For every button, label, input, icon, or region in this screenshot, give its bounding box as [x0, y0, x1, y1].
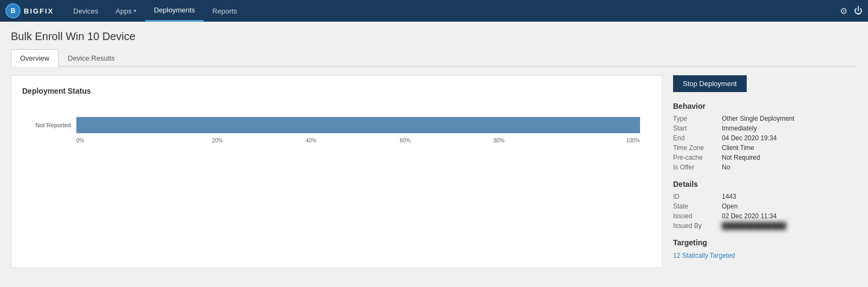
nav-item-apps[interactable]: Apps ▾ [107, 0, 146, 22]
axis-label-80: 80% [452, 138, 546, 144]
targeting-link[interactable]: 12 Statically Targeted [673, 252, 735, 259]
deployment-status-card: Deployment Status Not Reported 0% 20% 40… [11, 75, 662, 268]
page-container: Bulk Enroll Win 10 Device Overview Devic… [0, 22, 868, 277]
axis-labels: 0% 20% 40% 60% 80% 100% [76, 138, 640, 144]
behavior-section: Behavior Type Other Single Deployment St… [673, 102, 857, 171]
apps-dropdown-arrow: ▾ [134, 8, 136, 14]
axis-label-0: 0% [76, 138, 171, 144]
main-content: Deployment Status Not Reported 0% 20% 40… [11, 67, 857, 268]
axis-label-100: 100% [546, 138, 641, 144]
right-panel: Stop Deployment Behavior Type Other Sing… [673, 75, 857, 268]
page-title: Bulk Enroll Win 10 Device [11, 30, 857, 43]
behavior-title: Behavior [673, 102, 857, 110]
behavior-row-isoffer: Is Offer No [673, 164, 857, 171]
details-title: Details [673, 180, 857, 188]
nav-items: Devices Apps ▾ Deployments Reports [64, 0, 840, 22]
details-row-issued: Issued 02 Dec 2020 11:34 [673, 212, 857, 220]
axis-label-20: 20% [171, 138, 265, 144]
navbar-right: ⚙ ⏻ [840, 6, 863, 16]
deployment-status-title: Deployment Status [22, 87, 651, 95]
nav-item-reports[interactable]: Reports [204, 0, 246, 22]
details-section: Details ID 1443 State Open Issued 02 Dec… [673, 180, 857, 230]
axis-label-40: 40% [264, 138, 358, 144]
bar-label: Not Reported [28, 122, 71, 128]
nav-item-deployments[interactable]: Deployments [145, 0, 204, 22]
nav-item-devices[interactable]: Devices [64, 0, 107, 22]
bar-container [76, 117, 640, 133]
targeting-section: Targeting 12 Statically Targeted [673, 238, 857, 259]
behavior-row-precache: Pre-cache Not Required [673, 154, 857, 161]
behavior-row-start: Start Immediately [673, 125, 857, 132]
settings-icon[interactable]: ⚙ [840, 6, 847, 16]
behavior-row-end: End 04 Dec 2020 19:34 [673, 134, 857, 142]
details-row-state: State Open [673, 203, 857, 210]
navbar: B BIGFIX Devices Apps ▾ Deployments Repo… [0, 0, 868, 22]
behavior-row-timezone: Time Zone Client Time [673, 144, 857, 152]
power-icon[interactable]: ⏻ [854, 6, 863, 16]
targeting-title: Targeting [673, 238, 857, 247]
bar-row: Not Reported [28, 117, 640, 133]
issued-by-value: ██████████████ [722, 222, 857, 230]
brand: B BIGFIX [5, 3, 54, 18]
tab-overview[interactable]: Overview [11, 49, 58, 67]
details-row-id: ID 1443 [673, 193, 857, 200]
brand-logo: B [5, 3, 21, 18]
brand-name: BIGFIX [24, 7, 54, 15]
brand-logo-text: B [11, 7, 16, 15]
chart-area: Not Reported 0% 20% 40% 60% 80% 100% [22, 112, 651, 154]
stop-deployment-button[interactable]: Stop Deployment [673, 75, 747, 92]
behavior-row-type: Type Other Single Deployment [673, 115, 857, 122]
axis-label-60: 60% [358, 138, 453, 144]
bar-fill [76, 117, 640, 133]
tabs: Overview Device Results [11, 49, 857, 67]
details-row-issued-by: Issued By ██████████████ [673, 222, 857, 230]
tab-device-results[interactable]: Device Results [58, 49, 124, 67]
